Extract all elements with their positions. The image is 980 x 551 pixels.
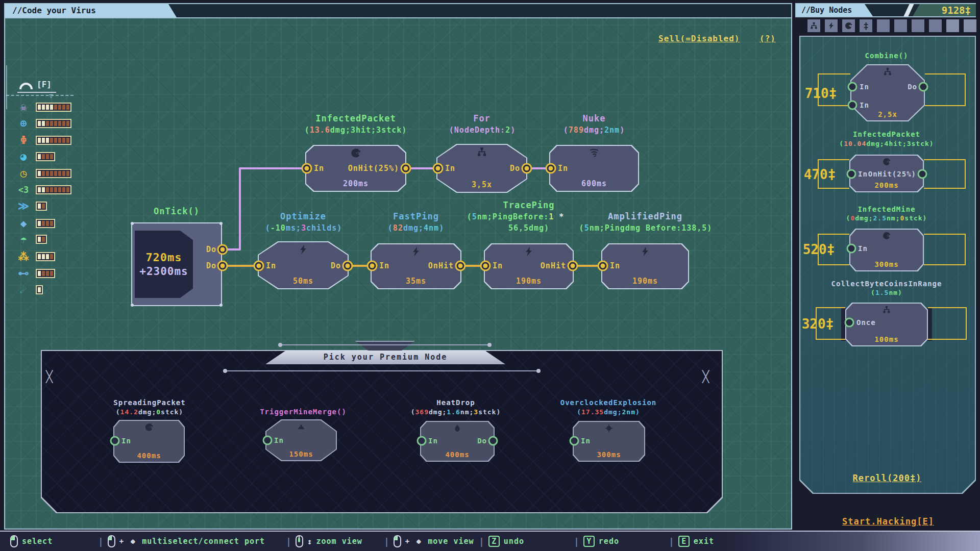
shop-once-port[interactable] — [845, 318, 854, 328]
port-label: In — [445, 164, 455, 173]
flower-icon: ⁂ — [15, 251, 32, 263]
inventory-slot-lightning[interactable] — [825, 19, 838, 32]
palette-stat-gauge[interactable]: ◷ — [15, 167, 71, 180]
shop-in-port[interactable] — [848, 101, 857, 110]
bridge-icon: ⊷ — [15, 267, 32, 280]
palette-stat-chevrons[interactable]: ≫ — [15, 200, 47, 212]
start-hacking-button[interactable]: Start.Hacking[E] — [812, 516, 965, 527]
palette-stat-diamond[interactable]: ◆ — [15, 217, 55, 230]
amplifiedping-in-port[interactable] — [598, 261, 608, 271]
palette-stat-skull[interactable]: ☠ — [15, 101, 71, 113]
stat-progress-bar — [36, 152, 55, 161]
shop-in-port[interactable] — [847, 169, 856, 179]
node-duration: 190ms — [484, 277, 574, 286]
for-in-port[interactable] — [433, 163, 444, 174]
node-subtitle: (5nm;PingBefore:1 * — [449, 212, 582, 221]
ontick-do-port-1[interactable] — [217, 244, 228, 255]
packet-icon — [145, 423, 154, 432]
inventory-slot-empty[interactable] — [912, 19, 924, 32]
palette-stat-pacman[interactable]: ◕ — [15, 151, 55, 163]
palette-stat-power[interactable]: Φ — [15, 134, 71, 146]
node-title: AmplifiedPing — [598, 211, 692, 221]
infectedpacket-onhit-port[interactable] — [401, 163, 411, 174]
mine-icon — [297, 422, 306, 431]
node-duration: 400ms — [420, 450, 495, 459]
node-title: FastPing — [371, 211, 461, 221]
palette-stat-bridge[interactable]: ⊷ — [15, 267, 55, 280]
node-duration: 35ms — [371, 277, 461, 286]
inventory-slot-empty[interactable] — [877, 19, 890, 32]
shop-title-tab: //Buy Nodes — [796, 4, 873, 16]
sell-link[interactable]: Sell(=Disabled) — [658, 34, 740, 43]
fastping-onhit-port[interactable] — [455, 261, 466, 271]
inventory-slot-empty[interactable] — [894, 19, 907, 32]
node-subtitle: (82dmg;4nm) — [371, 223, 461, 233]
tornado-icon — [589, 148, 599, 158]
inventory-slot-empty[interactable] — [929, 19, 942, 32]
premium-in-port[interactable] — [570, 436, 579, 446]
inventory-slot-packet[interactable] — [842, 19, 855, 32]
node-duration: 300ms — [849, 260, 924, 268]
shop-node-combine[interactable]: 2,5x — [850, 64, 925, 121]
for-do-port[interactable] — [522, 163, 532, 174]
controls-legend-bar: select | + multiselect/connect port | ↕ … — [0, 531, 980, 551]
stat-progress-bar — [36, 185, 71, 194]
shop-do-port[interactable] — [919, 82, 928, 92]
help-link[interactable]: (?) — [760, 34, 776, 43]
reroll-button[interactable]: Reroll(200‡) — [821, 473, 953, 483]
node-subtitle: (0dmg;2.5nm;0stck) — [817, 214, 957, 222]
palette-stat-horn[interactable]: ☄ — [15, 284, 43, 296]
palette-dashed-line — [6, 95, 74, 96]
lightning-icon — [298, 244, 308, 255]
legend-move: | + move view — [384, 532, 474, 551]
port-label: In — [610, 261, 620, 270]
ontick-do-port-2[interactable] — [217, 261, 228, 271]
inventory-slot-dagger[interactable]: ‡ — [860, 19, 872, 32]
shop-in-port[interactable] — [848, 82, 857, 92]
premium-in-port[interactable] — [263, 436, 273, 445]
infectedpacket-in-port[interactable] — [302, 163, 312, 174]
legend-exit: | E exit — [669, 532, 714, 551]
inventory-slot-empty[interactable] — [946, 19, 959, 32]
price-bracket — [924, 234, 966, 265]
port-label: In — [858, 170, 868, 178]
port-label: In — [121, 437, 131, 445]
corner-decoration: ╳ — [702, 370, 709, 383]
premium-do-port[interactable] — [488, 436, 498, 446]
node-subtitle: (10.04dmg;4hit;3stck) — [817, 140, 957, 147]
node-title: OnTick() — [131, 206, 222, 216]
stat-progress-bar — [36, 269, 55, 278]
port-label: Do — [510, 164, 520, 173]
port-label: In — [274, 436, 284, 444]
premium-in-port[interactable] — [110, 436, 120, 446]
inventory-slot-branch-node[interactable] — [807, 19, 820, 32]
palette-stat-heart[interactable]: <3 — [15, 184, 71, 196]
optimize-in-port[interactable] — [254, 261, 264, 271]
palette-stat-flower[interactable]: ⁂ — [15, 251, 55, 263]
nuke-in-port[interactable] — [546, 163, 556, 174]
traceping-onhit-port[interactable] — [568, 261, 578, 271]
node-title: Combine() — [824, 52, 949, 60]
chevron-down-icon[interactable]: ▽ — [49, 92, 53, 99]
shop-onhit-port[interactable] — [918, 169, 927, 179]
port-label: In — [314, 164, 324, 173]
premium-in-port[interactable] — [417, 436, 427, 446]
optimize-do-port[interactable] — [342, 261, 353, 271]
stat-progress-bar — [36, 285, 43, 294]
branch-icon — [477, 147, 487, 157]
branch-icon — [884, 67, 892, 76]
node-subtitle: (NodeDepth:2) — [424, 126, 541, 135]
port-label: OnHit — [541, 261, 566, 270]
fastping-in-port[interactable] — [367, 261, 378, 271]
node-title: SpreadingPacket — [104, 398, 195, 407]
traceping-in-port[interactable] — [480, 261, 491, 271]
inventory-slot-empty[interactable] — [964, 19, 976, 32]
lightning-icon — [411, 246, 421, 257]
legend-redo: | Y redo — [574, 532, 619, 551]
stat-progress-bar — [36, 235, 47, 244]
shop-in-port[interactable] — [847, 244, 856, 254]
node-subtitle: 56,5dmg) — [484, 223, 574, 233]
palette-stat-crosshair[interactable]: ⊕ — [15, 117, 71, 130]
port-label: Do — [206, 245, 216, 254]
palette-stat-umbrella[interactable]: ☂ — [15, 233, 47, 245]
